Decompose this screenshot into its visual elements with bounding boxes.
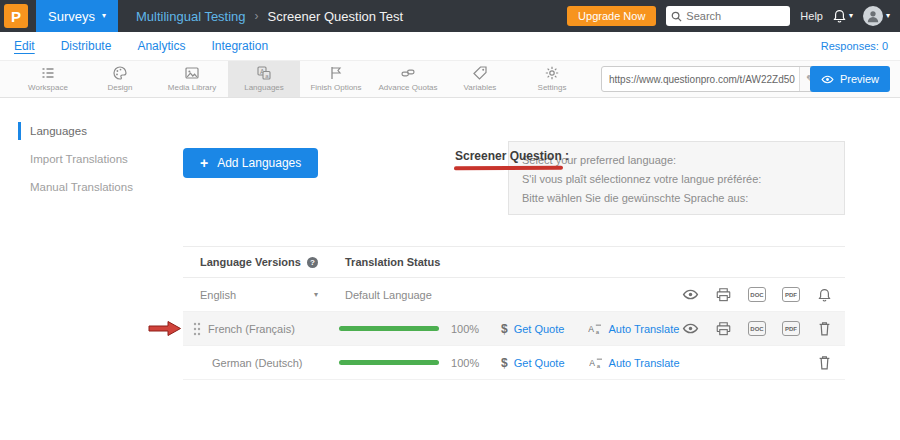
drag-handle-icon[interactable] [193, 322, 201, 336]
user-menu[interactable]: ▾ [863, 6, 890, 26]
eye-icon [821, 75, 834, 84]
toolbar-item-workspace[interactable]: Workspace [12, 61, 84, 97]
translate-icon: Aa [257, 66, 271, 80]
auto-translate-link[interactable]: Auto Translate [609, 357, 680, 369]
notify-bell-icon[interactable] [816, 286, 833, 303]
auto-translate-link[interactable]: Auto Translate [608, 323, 679, 335]
responses-count[interactable]: Responses: 0 [821, 32, 888, 60]
svg-text:A: A [589, 323, 595, 333]
export-doc-icon[interactable]: DOC [748, 287, 766, 302]
get-quote-link[interactable]: Get Quote [514, 323, 565, 335]
help-circle-icon[interactable]: ? [307, 257, 318, 268]
translation-status-header: Translation Status [345, 256, 440, 268]
annotation-red-arrow [148, 320, 182, 341]
status-cell: 100% $ Get Quote Aa Auto Translate [339, 322, 679, 336]
toolbar-item-label: Advance Quotas [378, 83, 437, 92]
notifications-menu[interactable]: ▾ [833, 9, 853, 23]
upgrade-now-button[interactable]: Upgrade Now [567, 6, 656, 26]
image-icon [185, 66, 199, 80]
chevron-down-icon: ▾ [102, 12, 106, 20]
language-name: French (Français) [208, 323, 295, 335]
preview-button[interactable]: Preview [810, 66, 890, 92]
surveys-menu-label: Surveys [48, 9, 95, 24]
breadcrumb: Multilingual Testing › Screener Question… [136, 9, 403, 24]
language-versions-header: Language Versions [200, 256, 301, 268]
toolbar-item-variables[interactable]: Variables [444, 61, 516, 97]
get-quote-group: $ Get Quote [501, 356, 564, 370]
sidebar-item-import-translations[interactable]: Import Translations [0, 145, 176, 173]
toolbar-item-settings[interactable]: Settings [516, 61, 588, 97]
export-doc-icon[interactable]: DOC [748, 321, 766, 336]
avatar [863, 6, 883, 26]
screener-line-german: Bitte wählen Sie die gewünschte Sprache … [522, 189, 831, 208]
toolbar-item-advance-quotas[interactable]: Advance Quotas [372, 61, 444, 97]
plus-icon: + [200, 155, 208, 171]
palette-icon [113, 66, 127, 80]
table-row-german: German (Deutsch) 100% $ Get Quote Aa Aut… [183, 346, 845, 380]
status-cell: 100% $ Get Quote Aa Auto Translate [339, 356, 679, 370]
auto-translate-icon: Aa [588, 323, 602, 335]
tab-integration[interactable]: Integration [211, 39, 268, 53]
preview-button-label: Preview [840, 73, 879, 85]
toolbar-item-finish-options[interactable]: Finish Options [300, 61, 372, 97]
content-area: Languages Import Translations Manual Tra… [0, 99, 900, 440]
survey-url[interactable]: https://www.questionpro.com/t/AW22Zd50 [602, 74, 799, 85]
toolbar-item-languages[interactable]: Aa Languages [228, 61, 300, 97]
surveys-product-menu[interactable]: Surveys ▾ [36, 0, 118, 32]
sidebar-item-manual-translations[interactable]: Manual Translations [0, 173, 176, 201]
screener-line-french: S'il vous plaît sélectionnez votre langu… [522, 170, 831, 189]
breadcrumb-survey-name[interactable]: Multilingual Testing [136, 9, 246, 24]
survey-url-box: https://www.questionpro.com/t/AW22Zd50 ✎ [601, 66, 822, 92]
table-row-french: French (Français) 100% $ Get Quote Aa Au… [183, 312, 845, 346]
person-icon [866, 9, 880, 23]
language-name: German (Deutsch) [212, 357, 302, 369]
auto-translate-icon: Aa [589, 357, 603, 369]
help-link[interactable]: Help [800, 10, 823, 22]
print-icon[interactable] [715, 286, 732, 303]
svg-text:a: a [596, 329, 600, 335]
delete-trash-icon[interactable] [816, 320, 833, 337]
link-icon [401, 66, 415, 80]
toolbar-item-label: Finish Options [310, 83, 361, 92]
toolbar-item-label: Design [108, 83, 133, 92]
toolbar-item-label: Media Library [168, 83, 216, 92]
search-input[interactable] [686, 10, 785, 22]
svg-text:A: A [589, 357, 595, 367]
survey-nav-tabs: Edit Distribute Analytics Integration [0, 32, 900, 60]
translation-progress-percent: 100% [451, 323, 483, 335]
language-cell: German (Deutsch) [183, 357, 339, 369]
search-box[interactable] [666, 6, 790, 26]
toolbar-item-design[interactable]: Design [84, 61, 156, 97]
tab-distribute[interactable]: Distribute [61, 39, 112, 53]
toolbar-item-label: Languages [244, 83, 284, 92]
chevron-down-icon: ▾ [886, 12, 890, 20]
table-row-english: English ▾ Default Language DOC PDF [183, 278, 845, 312]
row-actions: DOC PDF [673, 286, 845, 303]
questionpro-logo[interactable]: P [4, 4, 28, 28]
print-icon[interactable] [715, 320, 732, 337]
export-pdf-icon[interactable]: PDF [782, 287, 800, 302]
breadcrumb-separator: › [255, 9, 259, 23]
tab-analytics[interactable]: Analytics [137, 39, 185, 53]
tab-edit[interactable]: Edit [14, 39, 35, 53]
add-languages-button[interactable]: + Add Languages [183, 148, 318, 178]
top-navbar: P Surveys ▾ Multilingual Testing › Scree… [0, 0, 900, 32]
default-language-select[interactable]: English ▾ [200, 289, 318, 301]
gear-icon [545, 66, 559, 80]
toolbar-item-media-library[interactable]: Media Library [156, 61, 228, 97]
translation-progress-bar [339, 360, 439, 365]
languages-sidebar: Languages Import Translations Manual Tra… [0, 117, 176, 201]
topbar-right-group: Upgrade Now Help ▾ ▾ [567, 6, 900, 26]
translation-progress-percent: 100% [451, 357, 483, 369]
preview-eye-icon[interactable] [682, 320, 699, 337]
export-pdf-icon[interactable]: PDF [782, 321, 800, 336]
preview-eye-icon[interactable] [682, 286, 699, 303]
delete-trash-icon[interactable] [816, 354, 833, 371]
sidebar-item-languages[interactable]: Languages [0, 117, 176, 145]
auto-translate-group: Aa Auto Translate [589, 357, 680, 369]
auto-translate-group: Aa Auto Translate [588, 323, 679, 335]
row-actions: DOC PDF [679, 320, 845, 337]
toolbar-item-label: Variables [464, 83, 497, 92]
get-quote-link[interactable]: Get Quote [514, 357, 565, 369]
get-quote-group: $ Get Quote [501, 322, 564, 336]
